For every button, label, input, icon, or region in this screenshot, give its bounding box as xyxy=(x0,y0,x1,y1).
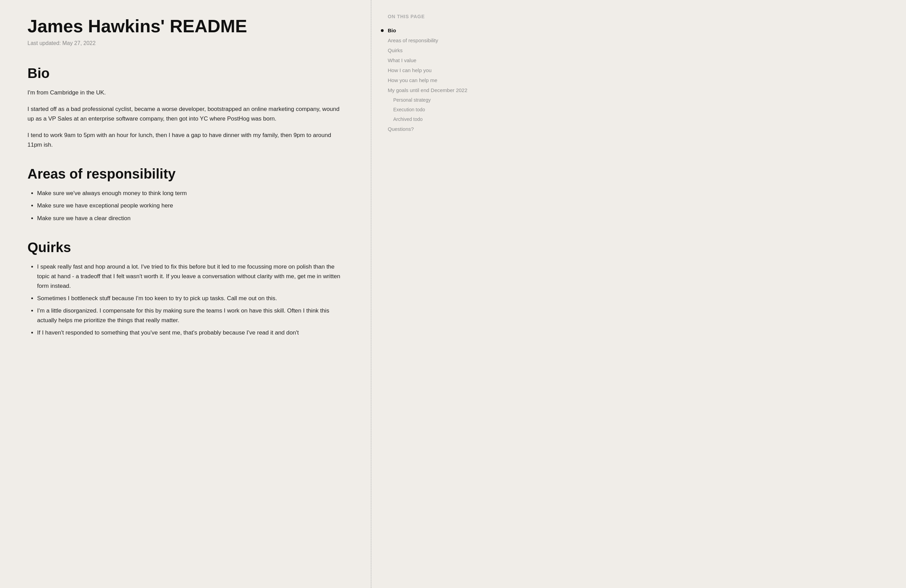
sidebar-nav-link-8[interactable]: Execution todo xyxy=(393,105,477,114)
sidebar-nav-link-7[interactable]: Personal strategy xyxy=(393,96,477,104)
sidebar-nav-item-5[interactable]: How you can help me xyxy=(388,76,477,84)
quirks-heading: Quirks xyxy=(27,240,343,255)
page-title: James Hawkins' README xyxy=(27,16,343,36)
areas-list: Make sure we've always enough money to t… xyxy=(27,188,343,223)
bio-paragraph-1: I'm from Cambridge in the UK. xyxy=(27,88,343,97)
bio-paragraph-3: I tend to work 9am to 5pm with an hour f… xyxy=(27,131,343,150)
sidebar-nav-item-2[interactable]: Quirks xyxy=(388,46,477,54)
bio-paragraph-2: I started off as a bad professional cycl… xyxy=(27,104,343,124)
sidebar-nav-link-6[interactable]: My goals until end December 2022 xyxy=(388,86,477,94)
areas-heading: Areas of responsibility xyxy=(27,166,343,182)
sidebar-nav-item-1[interactable]: Areas of responsibility xyxy=(388,36,477,45)
sidebar-nav-item-10[interactable]: Questions? xyxy=(388,125,477,133)
sidebar-title: On this page xyxy=(388,14,477,19)
quirks-item-4: If I haven't responded to something that… xyxy=(37,328,343,338)
areas-item-1: Make sure we've always enough money to t… xyxy=(37,188,343,198)
quirks-item-2: Sometimes I bottleneck stuff because I'm… xyxy=(37,294,343,303)
sidebar-nav-link-1[interactable]: Areas of responsibility xyxy=(388,36,477,45)
sidebar-nav-item-8[interactable]: Execution todo xyxy=(388,105,477,114)
quirks-list: I speak really fast and hop around a lot… xyxy=(27,262,343,338)
sidebar-nav-item-0[interactable]: Bio xyxy=(388,26,477,35)
last-updated: Last updated: May 27, 2022 xyxy=(27,40,343,46)
areas-item-2: Make sure we have exceptional people wor… xyxy=(37,201,343,210)
sidebar-nav-link-9[interactable]: Archived todo xyxy=(393,115,477,123)
quirks-item-1: I speak really fast and hop around a lot… xyxy=(37,262,343,291)
sidebar-nav-link-4[interactable]: How I can help you xyxy=(388,66,477,75)
sidebar-nav-link-3[interactable]: What I value xyxy=(388,56,477,65)
sidebar-nav-item-9[interactable]: Archived todo xyxy=(388,115,477,123)
sidebar-nav-item-4[interactable]: How I can help you xyxy=(388,66,477,75)
bio-heading: Bio xyxy=(27,65,343,81)
sidebar-nav-link-5[interactable]: How you can help me xyxy=(388,76,477,84)
sidebar-nav-link-0[interactable]: Bio xyxy=(388,26,477,35)
sidebar-nav-item-6[interactable]: My goals until end December 2022 xyxy=(388,86,477,94)
sidebar-nav-link-2[interactable]: Quirks xyxy=(388,46,477,54)
areas-item-3: Make sure we have a clear direction xyxy=(37,214,343,223)
sidebar-nav-item-3[interactable]: What I value xyxy=(388,56,477,65)
sidebar: On this page BioAreas of responsibilityQ… xyxy=(371,0,488,588)
quirks-item-3: I'm a little disorganized. I compensate … xyxy=(37,306,343,325)
sidebar-nav: BioAreas of responsibilityQuirksWhat I v… xyxy=(388,26,477,133)
sidebar-nav-item-7[interactable]: Personal strategy xyxy=(388,96,477,104)
main-content: James Hawkins' README Last updated: May … xyxy=(0,0,371,588)
sidebar-nav-link-10[interactable]: Questions? xyxy=(388,125,477,133)
